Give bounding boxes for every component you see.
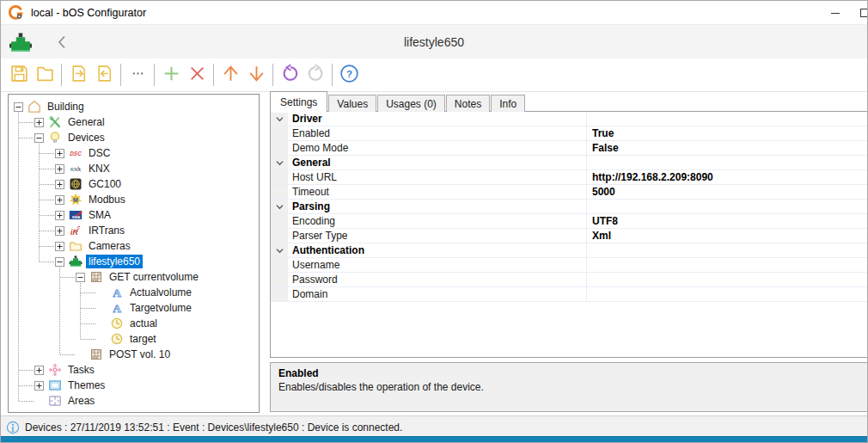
group-collapse-chevron[interactable] (271, 156, 288, 169)
property-group-parsing[interactable]: Parsing (271, 200, 868, 214)
import-button[interactable] (92, 63, 116, 87)
toolbar-separator (332, 64, 333, 86)
expand-box[interactable] (55, 195, 64, 205)
property-group-driver[interactable]: Driver (271, 112, 868, 126)
property-value[interactable]: http://192.168.2.209:8090 (592, 171, 713, 183)
tree-item-dsc[interactable]: DSCDSC (9, 145, 259, 161)
tree-item-label: Cameras (86, 239, 133, 253)
tree-item-modbus[interactable]: MModbus (9, 192, 259, 207)
property-row-demo-mode[interactable]: Demo ModeFalse (271, 141, 868, 156)
tree-item-devices[interactable]: Devices (9, 130, 259, 145)
tab-usages-0[interactable]: Usages (0) (377, 95, 445, 112)
property-group-general[interactable]: General (271, 156, 868, 170)
tree-item-gc100[interactable]: GC100 (9, 176, 259, 192)
group-collapse-chevron[interactable] (271, 112, 288, 126)
property-row-enabled[interactable]: EnabledTrue (271, 126, 868, 141)
expand-box[interactable] (34, 366, 44, 375)
tree-item-label: target (127, 332, 159, 346)
tree-item-building[interactable]: Building (9, 99, 259, 114)
property-row-encoding[interactable]: EncodingUTF8 (271, 214, 868, 229)
tree-item-themes[interactable]: Themes (9, 378, 259, 393)
move-down-button[interactable] (244, 63, 268, 87)
expand-box[interactable] (55, 180, 64, 189)
title-bar: local - bOS Configurator (1, 1, 867, 25)
property-group-authentication[interactable]: Authentication (271, 243, 868, 258)
property-row-domain[interactable]: Domain (271, 287, 868, 302)
collapse-box[interactable] (55, 257, 64, 267)
expand-box[interactable] (55, 226, 64, 236)
tree-item-sma[interactable]: SMASMA (9, 207, 259, 223)
bottom-accent-strip (1, 436, 867, 442)
delete-button[interactable] (185, 63, 209, 87)
property-value[interactable]: UTF8 (592, 215, 618, 227)
tab-notes[interactable]: Notes (446, 95, 490, 112)
collapse-box[interactable] (34, 133, 44, 143)
tab-info[interactable]: Info (491, 95, 525, 112)
export-button[interactable] (66, 63, 90, 87)
tab-settings[interactable]: Settings (270, 91, 327, 112)
description-panel: Enabled Enables/disables the operation o… (270, 362, 868, 412)
property-value[interactable]: Xml (592, 230, 611, 242)
minimize-button[interactable] (821, 1, 850, 25)
property-value[interactable]: 5000 (592, 186, 615, 198)
property-row-parser-type[interactable]: Parser TypeXml (271, 229, 868, 243)
tree-guide-stub (19, 401, 34, 402)
tree-guide-stub (40, 184, 54, 185)
move-up-button[interactable] (218, 63, 242, 87)
tree-item-actualvolume[interactable]: AActualvolume (9, 285, 259, 300)
app-window: local - bOS Configurator lifestyle650 ? … (0, 0, 868, 443)
expand-box[interactable] (34, 381, 44, 391)
tree-item-target[interactable]: target (9, 331, 259, 347)
expand-box[interactable] (55, 164, 64, 174)
tab-values[interactable]: Values (328, 95, 376, 112)
save-button[interactable] (7, 63, 31, 87)
expand-box[interactable] (55, 149, 64, 158)
undo-button[interactable] (278, 63, 302, 87)
group-collapse-chevron[interactable] (271, 200, 288, 213)
property-value[interactable]: True (592, 127, 614, 139)
tree-item-general[interactable]: General (9, 114, 259, 130)
table-icon (89, 270, 103, 284)
property-row-timeout[interactable]: Timeout5000 (271, 185, 868, 200)
property-value[interactable]: False (592, 142, 619, 154)
tree-item-knx[interactable]: KNXKNX (9, 161, 259, 176)
expand-box[interactable] (55, 211, 64, 220)
tree-item-label: Modbus (86, 193, 128, 206)
more-button[interactable] (125, 63, 150, 87)
tree-item-targetvolume[interactable]: ATargetvolume (9, 300, 259, 316)
open-button[interactable] (33, 63, 57, 87)
row-gutter (271, 170, 288, 184)
tree-item-tasks[interactable]: Tasks (9, 362, 259, 378)
redo-button[interactable] (303, 63, 327, 87)
collapse-box[interactable] (76, 273, 85, 282)
tree-item-get-currentvolume[interactable]: GET currentvolume (9, 269, 259, 285)
tree-item-lifestyle650[interactable]: lifestyle650 (9, 254, 259, 269)
sma-logo-icon: SMA (69, 208, 83, 222)
tree-item-label: SMA (86, 208, 113, 222)
tree-guide-stub (40, 153, 54, 154)
property-row-password[interactable]: Password (271, 273, 868, 287)
help-button[interactable]: ? (337, 63, 361, 87)
maximize-button[interactable] (850, 1, 868, 25)
tree-item-post-vol-10[interactable]: POST vol. 10 (9, 347, 259, 362)
tree-guide-stub (81, 308, 95, 309)
row-gutter (271, 141, 288, 155)
tree-guide-line (59, 266, 60, 354)
property-row-host-url[interactable]: Host URLhttp://192.168.2.209:8090 (271, 170, 868, 185)
expand-box[interactable] (55, 242, 64, 251)
arrow-up-icon (221, 64, 241, 86)
property-row-username[interactable]: Username (271, 258, 868, 273)
tree-item-irtrans[interactable]: iRIRTrans (9, 223, 259, 238)
tree-item-areas[interactable]: Areas (9, 393, 259, 409)
tree-guide-stub (81, 292, 95, 293)
status-text: Devices : 27/11/2019 13:52:51 : Event : … (25, 421, 402, 434)
knx-logo-icon: KNX (69, 162, 83, 175)
tree-item-actual[interactable]: actual (9, 316, 259, 331)
toolbar-separator (120, 64, 121, 86)
group-collapse-chevron[interactable] (271, 243, 288, 257)
expand-box[interactable] (34, 118, 44, 127)
collapse-box[interactable] (14, 102, 23, 112)
property-label: Username (292, 259, 339, 271)
tree-item-cameras[interactable]: Cameras (9, 238, 259, 254)
add-button[interactable] (159, 63, 183, 87)
